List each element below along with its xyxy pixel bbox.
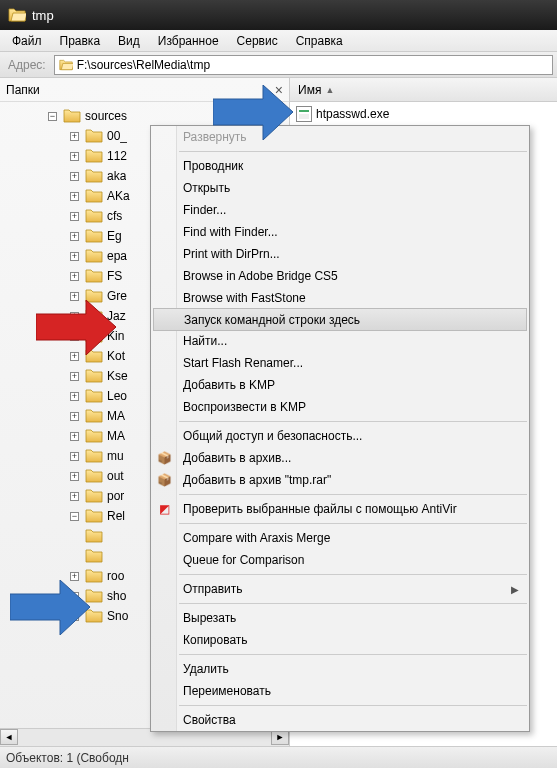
sort-asc-icon: ▲ (325, 85, 334, 95)
menu-view[interactable]: Вид (110, 32, 148, 50)
folder-icon (85, 129, 103, 143)
scroll-left-icon[interactable]: ◄ (0, 729, 18, 745)
address-folder-icon (59, 59, 73, 71)
folder-icon (85, 389, 103, 403)
folder-icon (85, 149, 103, 163)
cm-delete[interactable]: Удалить (151, 658, 529, 680)
cm-flash-renamer[interactable]: Start Flash Renamer... (151, 352, 529, 374)
file-name: htpasswd.exe (316, 107, 389, 121)
tree-item-label: AKa (107, 189, 130, 203)
context-menu: Развернуть Проводник Открыть Finder... F… (150, 125, 530, 732)
expander-icon[interactable]: + (70, 432, 79, 441)
cm-sharing[interactable]: Общий доступ и безопасность... (151, 425, 529, 447)
folder-icon (85, 209, 103, 223)
address-label: Адрес: (4, 58, 50, 72)
tree-item-label: mu (107, 449, 124, 463)
tree-item-label: 112 (107, 149, 127, 163)
menu-edit[interactable]: Правка (52, 32, 109, 50)
cm-properties[interactable]: Свойства (151, 709, 529, 731)
cm-browse-bridge[interactable]: Browse in Adobe Bridge CS5 (151, 265, 529, 287)
cm-cmd-here[interactable]: Запуск командной строки здесь (153, 308, 527, 331)
folder-icon (85, 449, 103, 463)
expander-icon[interactable]: + (70, 172, 79, 181)
tree-item-label: FS (107, 269, 122, 283)
menu-tools[interactable]: Сервис (229, 32, 286, 50)
tree-item-label: Sno (107, 609, 128, 623)
folder-icon (85, 169, 103, 183)
expander-icon[interactable]: − (48, 112, 57, 121)
expander-icon[interactable]: + (70, 192, 79, 201)
cm-open[interactable]: Открыть (151, 177, 529, 199)
expander-icon[interactable]: + (70, 232, 79, 241)
cm-finder[interactable]: Finder... (151, 199, 529, 221)
cm-rename[interactable]: Переименовать (151, 680, 529, 702)
cm-add-archive-tmp[interactable]: 📦Добавить в архив "tmp.rar" (151, 469, 529, 491)
folder-icon (85, 409, 103, 423)
cm-play-kmp[interactable]: Воспроизвести в KMP (151, 396, 529, 418)
expander-icon[interactable]: + (70, 152, 79, 161)
annotation-arrow-blue-bottom (10, 580, 90, 635)
cm-find-with-finder[interactable]: Find with Finder... (151, 221, 529, 243)
cm-browse-faststone[interactable]: Browse with FastStone (151, 287, 529, 309)
folder-icon (85, 229, 103, 243)
file-item[interactable]: htpasswd.exe (292, 104, 555, 124)
cm-print-dirprn[interactable]: Print with DirPrn... (151, 243, 529, 265)
column-header-name[interactable]: Имя ▲ (290, 78, 557, 102)
expander-icon[interactable]: + (70, 212, 79, 221)
expander-icon[interactable]: + (70, 132, 79, 141)
expander-icon[interactable]: + (70, 392, 79, 401)
cm-cut[interactable]: Вырезать (151, 607, 529, 629)
cm-expand[interactable]: Развернуть (151, 126, 529, 148)
cm-add-kmp[interactable]: Добавить в KMP (151, 374, 529, 396)
expander-icon[interactable]: + (70, 472, 79, 481)
tree-item-label: MA (107, 429, 125, 443)
expander-icon[interactable]: + (70, 452, 79, 461)
antivir-icon: ◩ (156, 501, 172, 517)
folder-icon (85, 369, 103, 383)
expander-icon[interactable]: + (70, 492, 79, 501)
cm-araxis-compare[interactable]: Compare with Araxis Merge (151, 527, 529, 549)
status-text: Объектов: 1 (Свободн (6, 751, 129, 765)
tree-item-label: aka (107, 169, 126, 183)
submenu-arrow-icon: ▶ (511, 584, 519, 595)
expander-icon[interactable]: + (70, 372, 79, 381)
tree-item-label: Rel (107, 509, 125, 523)
tree-item-label: out (107, 469, 124, 483)
menu-help[interactable]: Справка (288, 32, 351, 50)
folder-icon (85, 529, 103, 543)
tree-item-label: Eg (107, 229, 122, 243)
cm-copy[interactable]: Копировать (151, 629, 529, 651)
folder-icon (85, 249, 103, 263)
folder-icon (85, 429, 103, 443)
tree-item-label: Kse (107, 369, 128, 383)
tree-item-label: sho (107, 589, 126, 603)
folder-icon (85, 509, 103, 523)
tree-item-label: MA (107, 409, 125, 423)
cm-find[interactable]: Найти... (151, 330, 529, 352)
folder-icon (85, 489, 103, 503)
address-input[interactable]: F:\sources\RelMedia\tmp (54, 55, 553, 75)
cm-send-to[interactable]: Отправить▶ (151, 578, 529, 600)
cm-antivir[interactable]: ◩Проверить выбранные файлы с помощью Ant… (151, 498, 529, 520)
window-title: tmp (32, 8, 54, 23)
expander-icon[interactable]: + (70, 272, 79, 281)
expander-icon[interactable]: − (70, 512, 79, 521)
menu-file[interactable]: Файл (4, 32, 50, 50)
svg-marker-1 (36, 300, 116, 355)
svg-marker-0 (213, 85, 293, 140)
cm-araxis-queue[interactable]: Queue for Comparison (151, 549, 529, 571)
folder-icon (85, 269, 103, 283)
cm-explorer[interactable]: Проводник (151, 155, 529, 177)
expander-icon[interactable]: + (70, 252, 79, 261)
expander-icon[interactable]: + (70, 412, 79, 421)
address-path: F:\sources\RelMedia\tmp (77, 58, 210, 72)
cm-add-archive[interactable]: 📦Добавить в архив... (151, 447, 529, 469)
tree-item-label: cfs (107, 209, 122, 223)
tree-item-label: roo (107, 569, 124, 583)
exe-file-icon (296, 106, 312, 122)
folder-icon (85, 549, 103, 563)
rar-icon: 📦 (156, 450, 172, 466)
folder-icon (63, 109, 81, 123)
titlebar: tmp (0, 0, 557, 30)
menu-favorites[interactable]: Избранное (150, 32, 227, 50)
